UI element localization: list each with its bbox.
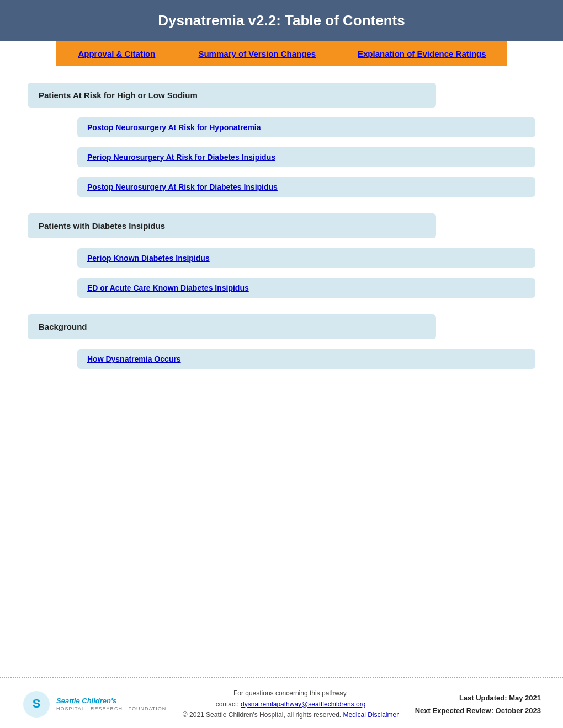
- footer-next-review: Next Expected Review: October 2023: [415, 704, 541, 717]
- footer-disclaimer-link[interactable]: Medical Disclaimer: [343, 711, 399, 719]
- svg-text:S: S: [33, 697, 41, 710]
- footer-right: Last Updated: May 2021 Next Expected Rev…: [415, 692, 541, 718]
- section-header-risk: Patients At Risk for High or Low Sodium: [28, 83, 436, 108]
- page-header: Dysnatremia v2.2: Table of Contents: [0, 0, 563, 41]
- footer-logo-text: Seattle Children's HOSPITAL · RESEARCH ·…: [56, 697, 166, 713]
- nav-bar: Approval & Citation Summary of Version C…: [0, 41, 563, 66]
- page-footer: S Seattle Children's HOSPITAL · RESEARCH…: [0, 677, 563, 728]
- nav-evidence-ratings[interactable]: Explanation of Evidence Ratings: [337, 41, 507, 66]
- link-periop-diabetes-insipidus[interactable]: Periop Neurosurgery At Risk for Diabetes…: [77, 147, 535, 167]
- link-postop-hyponatremia[interactable]: Postop Neurosurgery At Risk for Hyponatr…: [77, 117, 535, 137]
- sub-items-background: How Dysnatremia Occurs: [28, 349, 535, 369]
- link-periop-known-diabetes[interactable]: Periop Known Diabetes Insipidus: [77, 248, 535, 268]
- link-ed-acute-known-diabetes[interactable]: ED or Acute Care Known Diabetes Insipidu…: [77, 278, 535, 298]
- section-header-background: Background: [28, 314, 436, 339]
- section-background-group: Background How Dysnatremia Occurs: [28, 314, 535, 369]
- footer-center: For questions concerning this pathway, c…: [177, 688, 403, 720]
- section-diabetes-group: Patients with Diabetes Insipidus Periop …: [28, 213, 535, 298]
- page-title: Dysnatremia v2.2: Table of Contents: [22, 12, 541, 29]
- sub-items-diabetes: Periop Known Diabetes Insipidus ED or Ac…: [28, 248, 535, 298]
- section-header-diabetes: Patients with Diabetes Insipidus: [28, 213, 436, 238]
- link-postop-diabetes-insipidus[interactable]: Postop Neurosurgery At Risk for Diabetes…: [77, 177, 535, 197]
- link-how-dysnatremia-occurs[interactable]: How Dysnatremia Occurs: [77, 349, 535, 369]
- sub-items-risk: Postop Neurosurgery At Risk for Hyponatr…: [28, 117, 535, 197]
- footer-logo: S Seattle Children's HOSPITAL · RESEARCH…: [22, 690, 166, 719]
- section-risk-group: Patients At Risk for High or Low Sodium …: [28, 83, 535, 197]
- nav-approval-citation[interactable]: Approval & Citation: [56, 41, 177, 66]
- seattle-childrens-logo-icon: S: [22, 690, 51, 719]
- nav-version-changes[interactable]: Summary of Version Changes: [177, 41, 337, 66]
- footer-email-link[interactable]: dysnatremlapathway@seattlechildrens.org: [241, 700, 365, 708]
- footer-last-updated: Last Updated: May 2021: [415, 692, 541, 704]
- main-content: Patients At Risk for High or Low Sodium …: [0, 66, 563, 397]
